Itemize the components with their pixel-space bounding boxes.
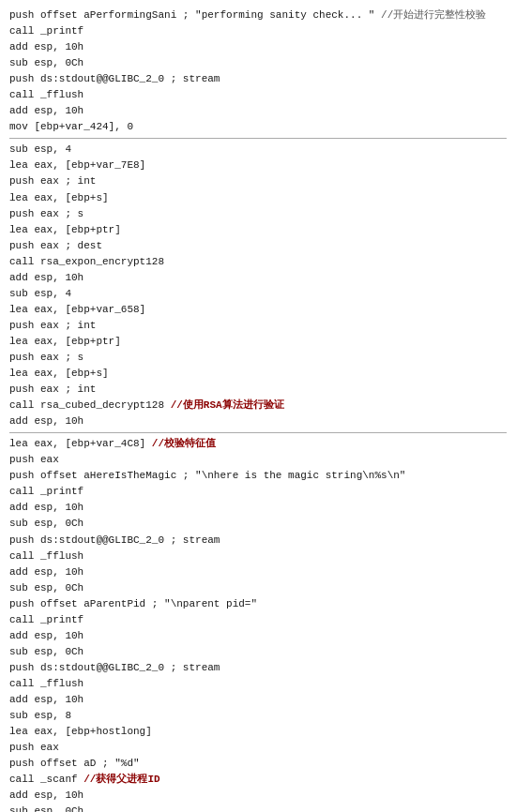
code-line: push eax ; int — [9, 318, 507, 334]
code-line: push offset aParentPid ; "\nparent pid=" — [9, 596, 507, 612]
code-line: add esp, 10h — [9, 564, 507, 580]
code-comment-cn: //获得父进程ID — [83, 774, 159, 785]
code-line: push eax — [9, 740, 507, 756]
code-line: sub esp, 0Ch — [9, 644, 507, 660]
code-line: call rsa_expon_encrypt128 — [9, 254, 507, 270]
code-line: call _printf — [9, 484, 507, 500]
code-line: push eax — [9, 452, 507, 468]
code-comment-cn: //校验特征值 — [145, 438, 216, 449]
code-line: lea eax, [ebp+var_4C8] //校验特征值 — [9, 436, 507, 452]
code-container: push offset aPerformingSani ; "performin… — [0, 0, 516, 812]
code-line: add esp, 10h — [9, 270, 507, 286]
code-instruction: call rsa_cubed_decrypt128 — [9, 399, 171, 411]
code-line: add esp, 10h — [9, 414, 507, 429]
code-block-block2: sub esp, 4 lea eax, [ebp+var_7E8] push e… — [9, 142, 507, 429]
code-line: push offset aPerformingSani ; "performin… — [9, 8, 507, 23]
code-line: push eax ; s — [9, 206, 507, 222]
code-line: add esp, 10h — [9, 628, 507, 644]
code-line: lea eax, [ebp+var_7E8] — [9, 158, 507, 173]
code-line: lea eax, [ebp+s] — [9, 190, 507, 206]
code-instruction: call _scanf — [9, 774, 83, 785]
code-line: sub esp, 0Ch — [9, 516, 507, 532]
code-line: push offset aD ; "%d" — [9, 756, 507, 772]
code-line: call _printf — [9, 23, 507, 39]
code-block-block1: push offset aPerformingSani ; "performin… — [9, 8, 507, 135]
code-line: mov [ebp+var_424], 0 — [9, 119, 507, 135]
code-line: lea eax, [ebp+ptr] — [9, 334, 507, 350]
code-line: lea eax, [ebp+var_658] — [9, 302, 507, 318]
code-display: push offset aPerformingSani ; "performin… — [9, 8, 507, 812]
code-line: call _fflush — [9, 549, 507, 564]
section-divider — [9, 138, 507, 139]
code-line: push ds:stdout@@GLIBC_2_0 ; stream — [9, 533, 507, 549]
code-line: call rsa_cubed_decrypt128 //使用RSA算法进行验证 — [9, 398, 507, 414]
code-comment: //开始进行完整性校验 — [374, 9, 486, 21]
code-line: push eax ; s — [9, 350, 507, 366]
code-line: lea eax, [ebp+ptr] — [9, 222, 507, 238]
code-line: call _scanf //获得父进程ID — [9, 772, 507, 788]
code-line: lea eax, [ebp+hostlong] — [9, 724, 507, 740]
code-line: sub esp, 4 — [9, 286, 507, 302]
code-line: call _fflush — [9, 676, 507, 692]
code-line: sub esp, 0Ch — [9, 804, 507, 812]
code-instruction: lea eax, [ebp+var_4C8] — [9, 438, 145, 449]
code-line: push eax ; int — [9, 173, 507, 189]
code-line: push eax ; int — [9, 382, 507, 398]
section-divider — [9, 432, 507, 433]
code-line: add esp, 10h — [9, 103, 507, 119]
code-line: push eax ; dest — [9, 238, 507, 254]
code-line: add esp, 10h — [9, 500, 507, 516]
code-line: add esp, 10h — [9, 788, 507, 804]
code-line: push ds:stdout@@GLIBC_2_0 ; stream — [9, 660, 507, 676]
code-line: push offset aHereIsTheMagic ; "\nhere is… — [9, 468, 507, 484]
code-line: add esp, 10h — [9, 692, 507, 708]
code-line: sub esp, 0Ch — [9, 580, 507, 596]
code-instruction: push offset aPerformingSani ; "performin… — [9, 9, 374, 21]
code-line: lea eax, [ebp+s] — [9, 366, 507, 382]
code-line: push ds:stdout@@GLIBC_2_0 ; stream — [9, 71, 507, 87]
code-line: sub esp, 0Ch — [9, 55, 507, 71]
code-block-block3: lea eax, [ebp+var_4C8] //校验特征值 push eax … — [9, 436, 507, 812]
code-line: call _printf — [9, 612, 507, 628]
code-line: call _fflush — [9, 87, 507, 103]
code-line: sub esp, 4 — [9, 142, 507, 158]
code-line: add esp, 10h — [9, 39, 507, 55]
code-line: sub esp, 8 — [9, 708, 507, 724]
code-comment-cn: //使用RSA算法进行验证 — [171, 399, 284, 411]
